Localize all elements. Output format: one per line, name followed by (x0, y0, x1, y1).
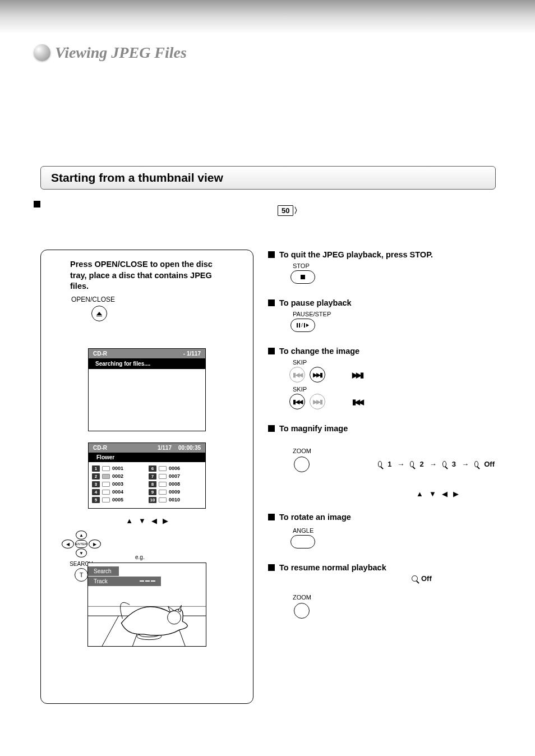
angle-button[interactable] (290, 535, 315, 548)
list-item[interactable]: 90009 (149, 489, 202, 495)
resume-off-label: Off (421, 574, 432, 583)
arrow-right-icon: → (462, 460, 469, 468)
magnifier-icon (474, 461, 478, 467)
bullet-icon (34, 200, 40, 210)
arrow-left-icon: ◀ (442, 490, 448, 498)
magnifier-icon (442, 461, 446, 467)
image-icon (102, 497, 110, 503)
screen2-folder: Flower (89, 453, 205, 462)
next-glyph-icon: ▶▶▮ (352, 371, 362, 379)
dpad-down-button[interactable]: ▼ (76, 548, 87, 557)
dpad-left-button[interactable]: ◀ (62, 540, 74, 548)
screen2-disc-type: CD-R (93, 445, 107, 451)
chevron-right-icon: 〉 (294, 206, 302, 216)
example-image: Search Track (87, 563, 206, 647)
file-col-2: 60006 70007 80008 90009 100010 (149, 465, 202, 505)
arrow-down-icon: ▼ (139, 517, 146, 525)
stop-label: STOP (293, 262, 495, 269)
resume-section: To resume normal playback Off ZOOM (268, 563, 495, 619)
skip-back-icon: ▮◀◀ (293, 371, 302, 379)
dpad-enter-button[interactable]: ENTER (75, 540, 87, 548)
skip-label-2: SKIP (293, 386, 495, 393)
bullet-icon (268, 299, 275, 306)
stop-button[interactable] (290, 270, 315, 284)
zoom-1: 1 (388, 460, 391, 468)
bullet-icon (268, 251, 275, 258)
skip-prev-button-2[interactable]: ▮◀◀ (289, 394, 305, 409)
skip-forward-icon: ▶▶▮ (313, 398, 322, 405)
prev-glyph-icon: ▮◀◀ (352, 398, 362, 406)
change-image-heading: To change the image (279, 347, 359, 356)
image-icon (102, 466, 110, 471)
dpad-right-button[interactable]: ▶ (89, 540, 101, 548)
arrow-up-icon: ▲ (416, 490, 423, 498)
image-icon (102, 490, 110, 495)
bullet-icon (268, 514, 275, 520)
list-item[interactable]: 100010 (149, 497, 202, 503)
screen-file-list: CD-R 1/117 00:00:35 Flower 10001 20002 3… (88, 442, 206, 509)
magnifier-icon (412, 575, 418, 582)
pause-heading: To pause playback (279, 298, 352, 307)
image-icon (159, 497, 167, 503)
arrow-down-icon: ▼ (429, 490, 436, 498)
list-item[interactable]: 70007 (149, 473, 202, 480)
zoom-button-2[interactable] (294, 603, 310, 619)
file-grid: 10001 20002 30003 40004 50005 60006 7000… (89, 462, 205, 508)
image-icon (159, 474, 167, 479)
zoom-3: 3 (452, 460, 456, 468)
magnifier-icon (378, 461, 382, 467)
page-ref-number: 50 (278, 205, 293, 216)
bullet-icon (268, 564, 275, 571)
skip-prev-button[interactable]: ▮◀◀ (289, 367, 305, 382)
svg-point-7 (168, 611, 181, 624)
skip-forward-icon: ▶▶▮ (313, 371, 322, 379)
arrow-right-icon: ▶ (453, 490, 459, 498)
list-item[interactable]: 40004 (92, 489, 145, 495)
zoom-button[interactable] (294, 457, 310, 472)
change-image-section: To change the image SKIP ▮◀◀ ▶▶▮ ▶▶▮ SKI… (268, 347, 495, 409)
page-title-sphere-icon (34, 44, 50, 61)
stop-icon (301, 275, 305, 279)
eg-label: e.g. (135, 554, 246, 560)
list-item[interactable]: 60006 (149, 465, 202, 472)
pause-button[interactable]: / (290, 319, 315, 332)
eject-button[interactable] (91, 306, 107, 321)
screen2-counter: 1/117 (158, 445, 172, 451)
arrow-right-icon: → (430, 460, 437, 468)
cat-illustration-icon (88, 563, 206, 647)
angle-label: ANGLE (293, 527, 495, 534)
section-header: Starting from a thumbnail view (40, 166, 496, 190)
screen-searching: CD-R - 1/117 Searching for files.... (88, 348, 206, 431)
quit-heading: To quit the JPEG playback, press STOP. (279, 250, 433, 259)
list-item[interactable]: 30003 (92, 481, 145, 487)
skip-back-icon: ▮◀◀ (293, 398, 302, 405)
skip-next-button[interactable]: ▶▶▮ (310, 367, 325, 382)
rotate-heading: To rotate an image (279, 513, 351, 522)
search-t-button[interactable]: T (75, 568, 88, 582)
list-item[interactable]: 10001 (92, 465, 145, 472)
list-item[interactable]: 50005 (92, 497, 145, 503)
pause-step-icon: / (297, 322, 309, 328)
image-icon (159, 482, 167, 487)
pan-arrows-hint: ▲ ▼ ◀ ▶ (416, 490, 495, 498)
page-title-block: Viewing JPEG Files (34, 44, 187, 62)
screen1-header: CD-R - 1/117 (89, 349, 205, 358)
magnify-heading: To magnify image (279, 424, 348, 433)
right-column: To quit the JPEG playback, press STOP. S… (268, 250, 495, 633)
zoom-label-2: ZOOM (293, 594, 495, 601)
dpad-up-button[interactable]: ▲ (76, 531, 87, 540)
skip-next-button-2[interactable]: ▶▶▮ (310, 394, 325, 409)
rotate-section: To rotate an image ANGLE (268, 513, 495, 548)
arrow-right-icon: → (397, 460, 404, 468)
page-title: Viewing JPEG Files (55, 44, 187, 62)
svg-line-2 (102, 616, 119, 646)
skip-label-1: SKIP (293, 359, 495, 366)
list-item[interactable]: 80008 (149, 481, 202, 487)
step-1-instruction: Press OPEN/CLOSE to open the disc tray, … (70, 259, 228, 292)
arrow-up-icon: ▲ (126, 517, 133, 525)
resume-off-indicator: Off (412, 574, 495, 583)
screen1-disc-type: CD-R (93, 351, 107, 357)
pause-label: PAUSE/STEP (293, 311, 495, 317)
resume-heading: To resume normal playback (279, 563, 386, 572)
list-item[interactable]: 20002 (92, 473, 145, 480)
